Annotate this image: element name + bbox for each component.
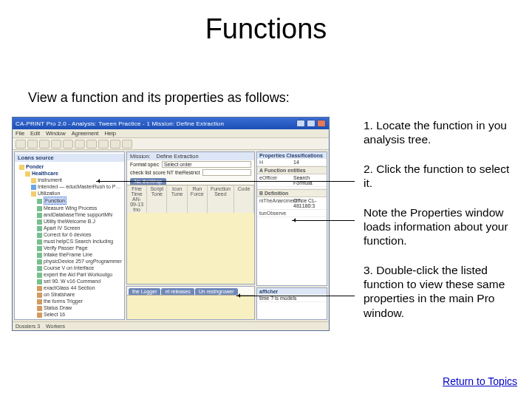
bottom-tab[interactable]: Un restngrower bbox=[195, 288, 238, 295]
toolbar-button[interactable] bbox=[75, 140, 85, 149]
bottom-content bbox=[127, 295, 254, 319]
main-content-area[interactable] bbox=[127, 213, 254, 284]
option-field[interactable]: Select order bbox=[162, 161, 251, 168]
properties-lower-header: afficher bbox=[257, 288, 327, 295]
toolbar-button[interactable] bbox=[63, 140, 73, 149]
tree-header: Loans source bbox=[15, 154, 124, 162]
window-title: CA-PRINT Pro 2.0 - Analysis: Tween Pract… bbox=[16, 120, 224, 127]
toolbar-button[interactable] bbox=[51, 140, 61, 149]
menu-agreement[interactable]: Agreement bbox=[72, 130, 99, 137]
mission-label: Mission: bbox=[130, 153, 151, 160]
properties-category: A Function entities bbox=[257, 166, 327, 174]
bottom-panel: the Logger nt releases Un restngrower bbox=[126, 286, 255, 320]
app-window: CA-PRINT Pro 2.0 - Analysis: Tween Pract… bbox=[12, 117, 330, 331]
maximize-button[interactable] bbox=[307, 120, 316, 127]
toolbar-button[interactable] bbox=[39, 140, 50, 149]
option-label: Format spec bbox=[130, 162, 159, 167]
toolbar-button[interactable] bbox=[86, 140, 97, 149]
toolbar-button[interactable] bbox=[110, 140, 120, 149]
menu-window[interactable]: Window bbox=[46, 130, 66, 137]
instruction-note: Note the Properties window loads informa… bbox=[364, 205, 511, 248]
check-label: check list score NT theRestrict bbox=[130, 170, 200, 175]
toolbar-button[interactable] bbox=[16, 140, 26, 149]
toolbar-button[interactable] bbox=[98, 140, 109, 149]
toolbar-button[interactable] bbox=[122, 140, 132, 149]
properties-category: B Definition bbox=[257, 189, 327, 197]
page-title: Functions bbox=[0, 13, 532, 45]
instruction-3: 3. Double-click the listed function to v… bbox=[364, 263, 511, 321]
return-to-topics-link[interactable]: Return to Topics bbox=[443, 375, 517, 387]
status-bar: Dossiers 3 Workers bbox=[13, 321, 329, 330]
check-field[interactable] bbox=[202, 169, 251, 176]
properties-header: Properties Classifications bbox=[257, 152, 327, 159]
toolbar bbox=[13, 138, 329, 150]
menu-help[interactable]: Help bbox=[104, 130, 115, 137]
main-columns: Fine Time AN-09-13 tno Script Tone Icon … bbox=[127, 185, 254, 213]
properties-lower: afficher time ? is models bbox=[256, 287, 327, 320]
arrow-3 bbox=[236, 296, 355, 296]
mission-value: Define Extraction bbox=[157, 153, 199, 160]
bottom-tab[interactable]: nt releases bbox=[161, 288, 194, 295]
tree-selected-function[interactable]: Function bbox=[19, 197, 123, 205]
menu-file[interactable]: File bbox=[16, 130, 24, 137]
instruction-list: 1. Locate the function in you analysis t… bbox=[364, 118, 511, 335]
instruction-2: 2. Click the function to select it. bbox=[364, 162, 511, 191]
status-item: Workers bbox=[46, 324, 65, 329]
toolbar-button[interactable] bbox=[27, 140, 38, 149]
minimize-button[interactable] bbox=[296, 120, 305, 127]
analysis-tree[interactable]: Ponder Healthcare Instrument Intended — … bbox=[15, 162, 124, 320]
menu-bar: File Edit Window Agreement Help bbox=[13, 129, 329, 138]
main-pro-window: Mission: Define Extraction Format spec S… bbox=[126, 151, 255, 284]
arrow-2 bbox=[292, 220, 355, 221]
menu-edit[interactable]: Edit bbox=[30, 130, 40, 137]
bottom-tab[interactable]: the Logger bbox=[129, 288, 160, 295]
instruction-1: 1. Locate the function in you analysis t… bbox=[364, 118, 511, 147]
page-subtitle: View a function and its properties as fo… bbox=[28, 90, 290, 106]
analysis-tree-panel: Loans source Ponder Healthcare Instrumen… bbox=[14, 151, 125, 320]
arrow-1 bbox=[96, 181, 355, 182]
close-button[interactable] bbox=[317, 120, 326, 127]
window-titlebar: CA-PRINT Pro 2.0 - Analysis: Tween Pract… bbox=[13, 117, 329, 129]
status-item: Dossiers 3 bbox=[16, 324, 40, 329]
